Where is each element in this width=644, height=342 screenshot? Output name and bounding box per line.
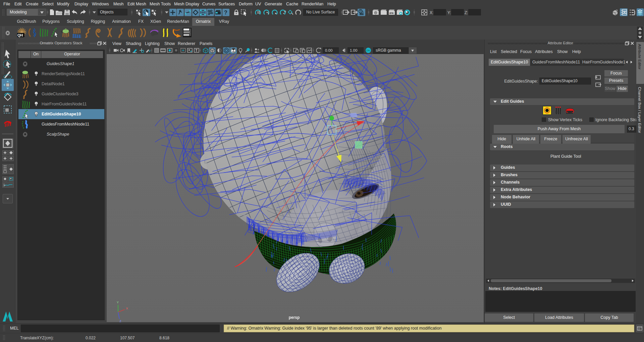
svg-text:X: X	[126, 307, 128, 310]
svg-text:Z: Z	[119, 320, 121, 322]
svg-text:{;}: {;}	[638, 328, 640, 331]
svg-text:persp: persp	[289, 315, 300, 320]
svg-text:Y: Y	[117, 301, 119, 304]
svg-text:T: T	[196, 49, 198, 52]
svg-text:?: ?	[224, 10, 227, 15]
svg-text:ON: ON	[366, 49, 370, 52]
svg-text:QH: QH	[17, 33, 23, 37]
svg-text:IPR: IPR	[389, 12, 394, 15]
